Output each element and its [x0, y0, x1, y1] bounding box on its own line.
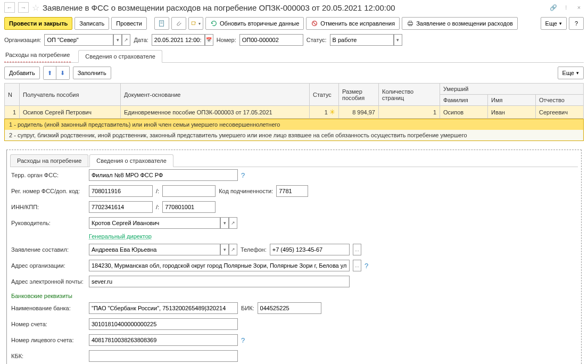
- addr-hint-icon[interactable]: ?: [365, 262, 368, 270]
- pane-tab-insurer[interactable]: Сведения о страхователе: [89, 154, 173, 167]
- terr-label: Терр. орган ФСС:: [11, 172, 86, 178]
- date-picker-icon[interactable]: 📅: [205, 34, 213, 46]
- num-label: Номер:: [217, 37, 236, 43]
- inn-input[interactable]: [89, 201, 153, 213]
- cell-otch: Сергеевич: [536, 106, 584, 119]
- attach-icon-button[interactable]: [171, 17, 186, 30]
- tab-expenses[interactable]: Расходы на погребение: [4, 50, 71, 62]
- expenses-table: N Получатель пособия Документ-основание …: [4, 83, 584, 119]
- inn-label: ИНН/КПП:: [11, 204, 86, 210]
- org-label: Организация:: [4, 37, 41, 43]
- phone-label: Телефон:: [241, 246, 267, 253]
- org-input[interactable]: [44, 34, 113, 46]
- doc-icon-button[interactable]: [154, 17, 169, 30]
- date-input[interactable]: [152, 34, 205, 46]
- help-icon[interactable]: ⁝: [561, 3, 571, 12]
- org-dropdown-icon[interactable]: ▾: [113, 34, 122, 46]
- dropdown-option-1[interactable]: 1 - родитель (иной законный представител…: [5, 119, 583, 130]
- window-title: Заявление в ФСС о возмещении расходов на…: [43, 3, 545, 12]
- dropdown-option-2[interactable]: 2 - супруг, близкий родственник, иной ро…: [5, 130, 583, 140]
- move-up-button[interactable]: ⬆: [44, 67, 56, 79]
- email-input[interactable]: [89, 276, 350, 287]
- nav-back-button[interactable]: ←: [4, 2, 15, 13]
- head-position-link[interactable]: Генеральный директор: [89, 233, 152, 239]
- status-label: Статус:: [307, 37, 327, 43]
- tab-insurer[interactable]: Сведения о страхователе: [78, 50, 162, 63]
- insurer-pane: Расходы на погребение Сведения о страхов…: [6, 150, 582, 364]
- table-row[interactable]: 1 Осипов Сергей Петрович Единовременное …: [5, 106, 584, 119]
- help-button[interactable]: ?: [569, 17, 584, 30]
- slash-2: /:: [156, 204, 159, 210]
- link-icon[interactable]: 🔗: [549, 3, 558, 12]
- add-button[interactable]: Добавить: [4, 67, 40, 79]
- bank-input[interactable]: [89, 302, 238, 314]
- author-input[interactable]: [89, 244, 220, 255]
- cell-amount: 8 994,97: [339, 106, 379, 119]
- cancel-label: Отменить все исправления: [320, 20, 395, 27]
- cell-recipient: Осипов Сергей Петрович: [20, 106, 121, 119]
- close-icon[interactable]: ×: [574, 3, 584, 12]
- grid-more-button[interactable]: Еще ▾: [558, 67, 584, 79]
- head-open-icon[interactable]: ↗: [229, 217, 237, 229]
- status-input[interactable]: [330, 34, 394, 46]
- date-label: Дата:: [134, 37, 148, 43]
- reg-dop-input[interactable]: [162, 185, 216, 197]
- col-n: N: [5, 84, 20, 106]
- busy-icon: ✳: [329, 108, 335, 116]
- addr-input[interactable]: [89, 260, 350, 271]
- cell-name: Иван: [488, 106, 536, 119]
- favorite-star-icon[interactable]: ☆: [32, 3, 39, 13]
- more-button[interactable]: Еще ▾: [541, 17, 567, 30]
- bank-label: Наименование банка:: [11, 305, 86, 311]
- col-name: Имя: [488, 95, 536, 106]
- addr-label: Адрес организации:: [11, 262, 86, 269]
- cell-pages: 1: [379, 106, 440, 119]
- svg-rect-3: [192, 22, 195, 25]
- author-label: Заявление составил:: [11, 246, 86, 253]
- bank-section-title: Банковские реквизиты: [7, 289, 581, 300]
- author-dropdown-icon[interactable]: ▾: [220, 244, 229, 255]
- print-label: Заявление о возмещении расходов: [416, 20, 513, 27]
- print-app-button[interactable]: Заявление о возмещении расходов: [402, 17, 518, 30]
- refresh-label: Обновить вторичные данные: [220, 20, 299, 27]
- col-status: Статус: [310, 84, 339, 106]
- addr-more-icon[interactable]: …: [353, 260, 361, 271]
- acc-input[interactable]: [89, 318, 238, 330]
- svg-line-5: [313, 22, 316, 24]
- num-input[interactable]: [239, 34, 303, 46]
- settings-icon-button[interactable]: ▾: [188, 17, 203, 30]
- pane-tab-expenses[interactable]: Расходы на погребение: [10, 154, 88, 167]
- refresh-button[interactable]: Обновить вторичные данные: [205, 17, 304, 30]
- save-button[interactable]: Записать: [74, 17, 109, 30]
- commit-button[interactable]: Провести: [111, 17, 147, 30]
- head-dropdown-icon[interactable]: ▾: [220, 217, 229, 229]
- terr-input[interactable]: [89, 169, 238, 181]
- pacc-hint-icon[interactable]: ?: [241, 336, 245, 344]
- col-basis: Документ-основание: [121, 84, 310, 106]
- cell-status[interactable]: 1 ✳: [310, 106, 339, 119]
- author-open-icon[interactable]: ↗: [229, 244, 237, 255]
- fill-button[interactable]: Заполнить: [73, 67, 111, 79]
- org-open-icon[interactable]: ↗: [122, 34, 130, 46]
- svg-rect-7: [409, 21, 412, 23]
- terr-hint-icon[interactable]: ?: [241, 171, 245, 179]
- phone-more-icon[interactable]: …: [353, 244, 361, 255]
- kpp-input[interactable]: [162, 201, 216, 213]
- kbk-label: КБК:: [11, 353, 86, 359]
- status-dropdown-icon[interactable]: ▾: [394, 34, 402, 46]
- move-down-button[interactable]: ⬇: [56, 67, 69, 79]
- acc-label: Номер счета:: [11, 321, 86, 327]
- col-amount: Размер пособия: [339, 84, 379, 106]
- pacc-input[interactable]: [89, 334, 238, 346]
- reg-input[interactable]: [89, 185, 153, 197]
- nav-forward-button[interactable]: →: [18, 2, 29, 13]
- cell-fam: Осипов: [440, 106, 488, 119]
- commit-close-button[interactable]: Провести и закрыть: [4, 17, 72, 30]
- phone-input[interactable]: [270, 244, 350, 255]
- kbk-input[interactable]: [89, 350, 238, 362]
- col-recipient: Получатель пособия: [20, 84, 121, 106]
- kod-input[interactable]: [276, 185, 308, 197]
- head-input[interactable]: [89, 217, 220, 229]
- cancel-fixes-button[interactable]: Отменить все исправления: [306, 17, 400, 30]
- bik-input[interactable]: [258, 302, 321, 314]
